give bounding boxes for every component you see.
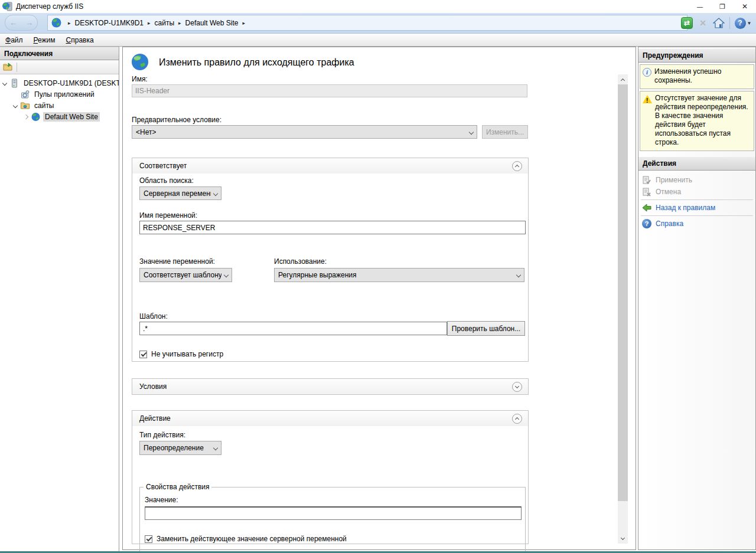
server-icon [9,78,19,88]
address-bar: ← → ▸ DESKTOP-U1MK9D1 ▸ сайты ▸ Default … [0,13,756,34]
action-section-title: Действие [139,414,171,423]
breadcrumb[interactable]: ▸ DESKTOP-U1MK9D1 ▸ сайты ▸ Default Web … [47,15,687,31]
pattern-label: Шаблон: [139,312,168,320]
tree-item-label: сайты [32,101,56,110]
chevron-down-icon [469,129,474,134]
menu-bar: Файл Режим Справка [0,34,756,47]
minimize-button[interactable] [689,0,711,13]
tree-item-app-pools[interactable]: Пулы приложений [0,89,119,100]
back-to-rules-label[interactable]: Назад к правилам [656,204,715,212]
back-to-rules-action[interactable]: Назад к правилам [638,202,755,214]
collapse-icon[interactable] [512,161,522,171]
divider [641,215,753,216]
iis-manager-window: Диспетчер служб IIS ← → ▸ DESKTOP-U1MK9D… [0,0,756,553]
globe-icon [51,18,61,28]
conditions-section-header[interactable]: Условия [132,379,528,394]
menu-view[interactable]: Режим [28,34,61,46]
variable-value-select[interactable]: Соответствует шаблону [139,268,232,282]
tree-item-default-web-site[interactable]: Default Web Site [0,111,119,122]
replace-label: Заменить действующее значение серверной … [157,535,347,543]
variable-value-value: Соответствует шаблону [144,271,221,279]
connections-tree: DESKTOP-U1MK9D1 (DESKTOP Пулы приложений [0,74,119,122]
ignore-case-label: Не учитывать регистр [151,350,223,358]
titlebar: Диспетчер служб IIS [0,0,756,13]
maximize-button[interactable] [711,0,734,13]
match-section-header[interactable]: Соответствует [132,158,528,174]
vertical-scrollbar[interactable] [618,74,628,544]
scope-select[interactable]: Серверная переменная [139,186,221,200]
menu-file[interactable]: Файл [0,34,28,46]
chevron-down-icon [213,446,218,450]
connections-panel: Подключения DES [0,47,119,551]
chevron-down-icon [516,273,521,277]
home-icon [713,18,725,28]
checkbox-checked-icon[interactable] [145,535,152,543]
breadcrumb-arrow-icon: ▸ [148,20,151,26]
chevron-down-icon[interactable] [11,104,20,107]
precondition-select[interactable]: <Нет> [132,125,477,139]
scroll-up-icon[interactable] [618,74,628,84]
tree-item-server[interactable]: DESKTOP-U1MK9D1 (DESKTOP [0,77,119,89]
close-button[interactable] [734,0,756,13]
back-nav-icon[interactable]: ← [9,18,17,27]
refresh-button[interactable]: ⇄ [680,16,694,30]
stop-icon: ✕ [699,18,706,28]
stop-button: ✕ [696,16,710,30]
name-label: Имя: [132,75,148,83]
connections-toolbar [0,60,119,74]
tree-item-label: Default Web Site [43,112,100,122]
connections-header: Подключения [0,47,119,60]
checkbox-checked-icon[interactable] [139,351,147,358]
variable-value-label: Значение переменной: [139,257,215,266]
info-icon: i [643,68,651,77]
help-label[interactable]: Справка [656,220,683,228]
nav-buttons: ← → [5,15,38,31]
action-type-label: Тип действия: [139,431,185,439]
usage-select[interactable]: Регулярные выражения [274,268,524,282]
help-icon: ? [642,219,651,228]
replace-checkbox-row[interactable]: Заменить действующее значение серверной … [145,535,347,543]
apply-icon [642,175,651,185]
breadcrumb-item-server[interactable]: DESKTOP-U1MK9D1 [75,19,144,27]
edit-precondition-button: Изменить... [482,125,528,139]
chevron-down-icon: ▼ [747,21,752,26]
chevron-down-icon[interactable] [0,81,9,85]
scrollbar-thumb[interactable] [618,84,628,501]
forward-nav-icon[interactable]: → [25,18,33,27]
alert-text: Изменения успешно сохранены. [651,67,751,85]
divider [17,63,17,72]
scope-value: Серверная переменная [144,189,211,198]
action-section-header[interactable]: Действие [132,411,528,426]
variable-name-input[interactable] [139,221,526,234]
help-action[interactable]: ? Справка [638,218,755,230]
tree-item-sites[interactable]: сайты [0,100,119,111]
ignore-case-checkbox-row[interactable]: Не учитывать регистр [139,350,223,358]
test-pattern-button[interactable]: Проверить шаблон... [447,321,525,336]
menu-help[interactable]: Справка [61,34,99,46]
home-button[interactable] [712,16,726,30]
action-type-select[interactable]: Переопределение [139,441,221,455]
help-button[interactable]: ? ▼ [734,16,752,30]
chevron-down-icon [213,191,218,195]
expand-icon[interactable] [512,382,522,392]
chevron-right-icon[interactable] [21,115,31,119]
cancel-icon [642,187,651,197]
apply-label: Применить [656,176,692,184]
value-input[interactable] [145,506,522,520]
tree-item-label: DESKTOP-U1MK9D1 (DESKTOP [22,78,119,88]
pattern-input[interactable] [139,322,447,335]
feature-page: Изменить правило для исходящего трафика … [122,47,636,550]
scroll-down-icon[interactable] [618,534,628,544]
scope-label: Область поиска: [139,176,194,185]
collapse-icon[interactable] [512,414,522,424]
save-connection-icon[interactable] [3,63,13,71]
alert-info: i Изменения успешно сохранены. [640,64,754,89]
usage-label: Использование: [274,257,327,266]
variable-name-label: Имя переменной: [139,211,197,220]
breadcrumb-item-default-web-site[interactable]: Default Web Site [185,19,239,27]
app-pools-icon [20,90,30,99]
usage-value: Регулярные выражения [278,271,357,279]
action-properties-group: Свойства действия Значение: Заменить дей… [139,487,526,553]
breadcrumb-item-sites[interactable]: сайты [155,19,175,27]
window-title: Диспетчер служб IIS [16,2,83,11]
